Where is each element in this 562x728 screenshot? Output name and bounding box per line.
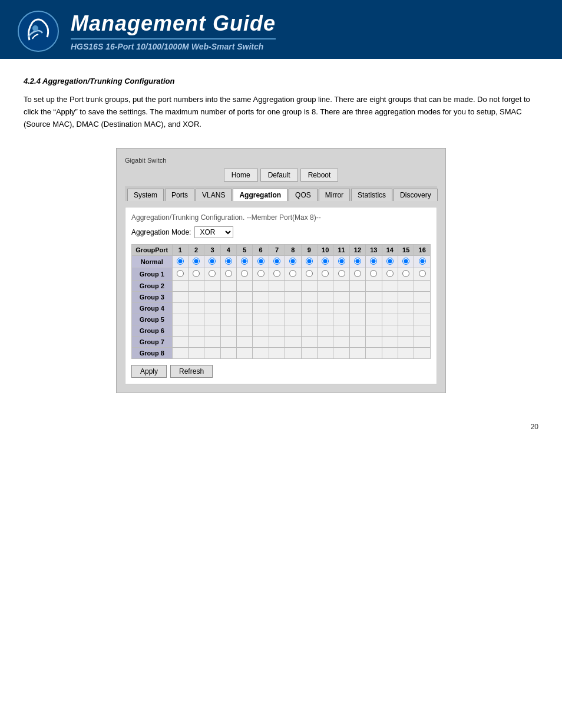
- port-cell-0-13[interactable]: [382, 256, 398, 268]
- radio-1-4[interactable]: [241, 270, 248, 277]
- port-cell-0-9[interactable]: [318, 256, 333, 268]
- radio-1-6[interactable]: [273, 270, 280, 277]
- port-cell-0-12[interactable]: [366, 256, 382, 268]
- radio-0-6[interactable]: [273, 258, 280, 265]
- port-cell-1-12[interactable]: [366, 268, 382, 281]
- port-cell-1-8[interactable]: [301, 268, 317, 281]
- port-cell-2-4: [237, 281, 253, 292]
- mode-select[interactable]: SMAC DMAC XOR: [194, 226, 233, 238]
- port-cell-0-10[interactable]: [333, 256, 349, 268]
- port-cell-1-6[interactable]: [269, 268, 285, 281]
- port-cell-0-2[interactable]: [204, 256, 220, 268]
- port-header-6: 6: [253, 245, 269, 256]
- radio-1-10[interactable]: [338, 270, 345, 277]
- port-cell-1-5[interactable]: [253, 268, 269, 281]
- port-cell-1-14[interactable]: [398, 268, 414, 281]
- radio-0-15[interactable]: [419, 258, 426, 265]
- radio-0-1[interactable]: [193, 258, 200, 265]
- port-cell-0-14[interactable]: [398, 256, 414, 268]
- radio-1-13[interactable]: [386, 270, 394, 277]
- radio-1-1[interactable]: [193, 270, 200, 277]
- radio-0-8[interactable]: [306, 258, 313, 265]
- radio-0-5[interactable]: [257, 258, 265, 265]
- radio-0-13[interactable]: [386, 258, 394, 265]
- radio-1-2[interactable]: [209, 270, 216, 277]
- port-cell-4-5: [253, 303, 269, 314]
- port-cell-7-7: [285, 337, 301, 348]
- port-cell-8-14: [398, 348, 414, 359]
- port-cell-5-0: [172, 314, 188, 325]
- radio-1-11[interactable]: [354, 270, 361, 277]
- tab-discovery[interactable]: Discovery: [394, 189, 438, 201]
- port-cell-3-8: [301, 292, 317, 303]
- port-cell-1-9[interactable]: [318, 268, 333, 281]
- port-cell-0-4[interactable]: [237, 256, 253, 268]
- port-cell-2-7: [285, 281, 301, 292]
- radio-1-14[interactable]: [402, 270, 409, 277]
- radio-1-3[interactable]: [225, 270, 232, 277]
- port-cell-5-9: [318, 314, 333, 325]
- port-cell-7-12: [366, 337, 382, 348]
- radio-1-12[interactable]: [370, 270, 377, 277]
- radio-0-14[interactable]: [402, 258, 409, 265]
- port-cell-0-15[interactable]: [414, 256, 431, 268]
- port-cell-0-0[interactable]: [172, 256, 188, 268]
- port-cell-0-3[interactable]: [220, 256, 236, 268]
- port-cell-6-1: [188, 325, 204, 337]
- radio-0-3[interactable]: [225, 258, 232, 265]
- apply-button[interactable]: Apply: [131, 365, 167, 378]
- tab-vlans[interactable]: VLANS: [196, 189, 232, 201]
- tab-system[interactable]: System: [127, 189, 164, 201]
- radio-1-7[interactable]: [289, 270, 296, 277]
- port-cell-5-13: [382, 314, 398, 325]
- radio-0-12[interactable]: [370, 258, 377, 265]
- tab-mirror[interactable]: Mirror: [319, 189, 350, 201]
- port-cell-1-0[interactable]: [172, 268, 188, 281]
- radio-1-5[interactable]: [257, 270, 265, 277]
- port-cell-0-1[interactable]: [188, 256, 204, 268]
- port-cell-1-4[interactable]: [237, 268, 253, 281]
- radio-0-0[interactable]: [177, 258, 184, 265]
- port-cell-1-15[interactable]: [414, 268, 431, 281]
- port-cell-1-13[interactable]: [382, 268, 398, 281]
- port-cell-6-10: [333, 325, 349, 337]
- port-cell-1-11[interactable]: [349, 268, 365, 281]
- refresh-button[interactable]: Refresh: [170, 365, 213, 378]
- radio-1-8[interactable]: [306, 270, 313, 277]
- row-label-6: Group 6: [132, 325, 173, 337]
- row-label-0: Normal: [132, 256, 173, 268]
- reboot-button[interactable]: Reboot: [300, 169, 339, 182]
- tab-ports[interactable]: Ports: [165, 189, 194, 201]
- radio-0-7[interactable]: [289, 258, 296, 265]
- radio-0-9[interactable]: [322, 258, 329, 265]
- radio-0-4[interactable]: [241, 258, 248, 265]
- port-cell-1-7[interactable]: [285, 268, 301, 281]
- config-area: Aggregation/Trunking Configuration. --Me…: [125, 207, 437, 384]
- port-cell-4-14: [398, 303, 414, 314]
- default-button[interactable]: Default: [260, 169, 298, 182]
- port-cell-7-11: [349, 337, 365, 348]
- port-cell-1-10[interactable]: [333, 268, 349, 281]
- tab-qos[interactable]: QOS: [289, 189, 318, 201]
- radio-1-15[interactable]: [419, 270, 426, 277]
- port-cell-1-3[interactable]: [220, 268, 236, 281]
- port-cell-0-11[interactable]: [349, 256, 365, 268]
- radio-1-9[interactable]: [322, 270, 329, 277]
- port-cell-1-1[interactable]: [188, 268, 204, 281]
- tab-statistics[interactable]: Statistics: [351, 189, 392, 201]
- port-cell-8-12: [366, 348, 382, 359]
- radio-1-0[interactable]: [177, 270, 184, 277]
- radio-0-2[interactable]: [209, 258, 216, 265]
- port-cell-6-3: [220, 325, 236, 337]
- port-cell-1-2[interactable]: [204, 268, 220, 281]
- home-button[interactable]: Home: [224, 169, 258, 182]
- tab-aggregation[interactable]: Aggregation: [233, 189, 287, 201]
- radio-0-10[interactable]: [338, 258, 345, 265]
- port-cell-4-4: [237, 303, 253, 314]
- radio-0-11[interactable]: [354, 258, 361, 265]
- port-header-16: 16: [414, 245, 431, 256]
- port-cell-0-5[interactable]: [253, 256, 269, 268]
- port-cell-0-6[interactable]: [269, 256, 285, 268]
- port-cell-0-8[interactable]: [301, 256, 317, 268]
- port-cell-0-7[interactable]: [285, 256, 301, 268]
